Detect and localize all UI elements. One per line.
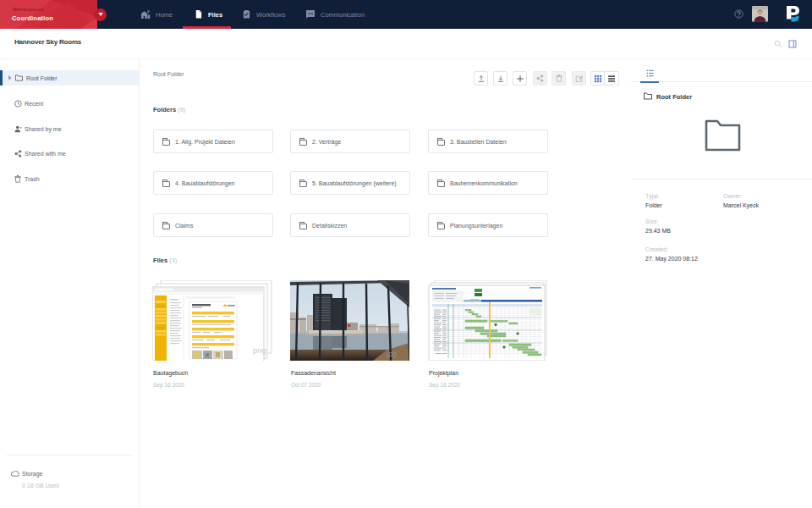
- svg-text:png: png: [253, 345, 266, 355]
- svg-text:jpg: jpg: [386, 350, 397, 358]
